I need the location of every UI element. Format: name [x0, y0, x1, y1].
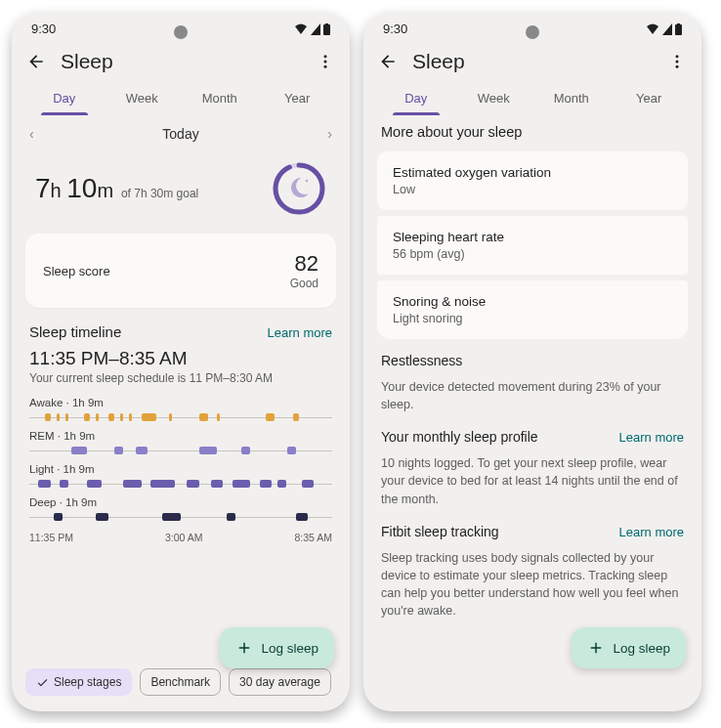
moon-progress-icon — [272, 161, 326, 216]
tab-week[interactable]: Week — [455, 81, 533, 115]
back-button[interactable] — [377, 51, 399, 72]
chip-sleep-stages[interactable]: Sleep stages — [25, 668, 132, 696]
card-hr-title: Sleeping heart rate — [393, 230, 672, 244]
scroll-content-left: ‹ Today › 7h 10m of 7h 30m goal Slee — [12, 116, 350, 711]
stage-rem-name: REM — [29, 430, 55, 442]
axis-start: 11:35 PM — [29, 532, 73, 543]
date-navigator: ‹ Today › — [12, 116, 350, 148]
sleep-score-word: Good — [290, 277, 318, 290]
phone-screen-left: 9:30 Sleep Day Week Month Year ‹ Today › — [12, 12, 350, 711]
wifi-icon — [646, 23, 659, 35]
tab-day[interactable]: Day — [377, 81, 455, 115]
stage-deep-name: Deep — [29, 496, 57, 508]
restlessness-header: Restlessness — [363, 351, 701, 374]
tab-year[interactable]: Year — [611, 81, 689, 115]
more-vert-icon — [317, 53, 334, 70]
tab-week[interactable]: Week — [104, 81, 182, 115]
stage-light-dur: 1h 9m — [64, 463, 95, 475]
card-oxygen-sub: Low — [393, 183, 672, 196]
log-sleep-fab[interactable]: Log sleep — [572, 627, 686, 668]
fitbit-tracking-title: Fitbit sleep tracking — [381, 524, 499, 539]
svg-point-6 — [276, 165, 322, 212]
signal-icon — [311, 23, 320, 35]
arrow-back-icon — [378, 52, 398, 71]
log-sleep-fab[interactable]: Log sleep — [220, 627, 334, 668]
stage-rem-dur: 1h 9m — [64, 430, 95, 442]
tab-year[interactable]: Year — [259, 81, 337, 115]
scroll-content-right: More about your sleep Estimated oxygen v… — [363, 116, 701, 711]
stage-awake: Awake · 1h 9m — [12, 395, 350, 424]
status-time: 9:30 — [383, 21, 407, 36]
svg-rect-8 — [675, 24, 682, 35]
time-range-tabs: Day Week Month Year — [12, 81, 350, 116]
fab-label: Log sleep — [261, 641, 318, 656]
monthly-profile-body: 10 nights logged. To get your next sleep… — [363, 450, 701, 521]
tab-month[interactable]: Month — [181, 81, 259, 115]
timeline-learn-more-link[interactable]: Learn more — [268, 325, 332, 340]
axis-end: 8:35 AM — [294, 532, 332, 543]
svg-rect-1 — [325, 23, 328, 25]
plus-icon — [235, 639, 253, 657]
svg-rect-0 — [323, 24, 330, 35]
svg-rect-9 — [677, 23, 680, 25]
timeline-range: 11:35 PM–8:35 AM — [12, 346, 350, 371]
page-title: Sleep — [412, 50, 653, 73]
phone-screen-right: 9:30 Sleep Day Week Month Year More abou… — [363, 12, 701, 711]
svg-point-2 — [324, 55, 327, 58]
stage-awake-name: Awake — [29, 397, 63, 408]
time-range-tabs: Day Week Month Year — [363, 81, 701, 116]
restlessness-title: Restlessness — [381, 353, 462, 368]
tab-month[interactable]: Month — [532, 81, 611, 115]
status-time: 9:30 — [31, 21, 56, 36]
overflow-menu-button[interactable] — [666, 53, 688, 70]
sleep-score-card[interactable]: Sleep score 82 Good — [25, 234, 336, 308]
sleep-duration-summary: 7h 10m of 7h 30m goal — [12, 148, 350, 234]
hours-value: 7 — [35, 173, 51, 203]
fitbit-learn-more-link[interactable]: Learn more — [619, 525, 684, 539]
goal-text: of 7h 30m goal — [121, 187, 198, 200]
stage-light: Light · 1h 9m — [12, 461, 350, 491]
next-day-button[interactable]: › — [327, 126, 332, 142]
battery-icon — [675, 23, 682, 35]
fab-label: Log sleep — [613, 641, 670, 656]
svg-point-12 — [676, 65, 679, 68]
back-button[interactable] — [25, 51, 47, 72]
card-hr-sub: 56 bpm (avg) — [393, 247, 672, 261]
chip-30-day-avg[interactable]: 30 day average — [229, 668, 331, 696]
stage-deep-dur: 1h 9m — [65, 496, 97, 508]
arrow-back-icon — [26, 52, 46, 71]
svg-point-11 — [676, 61, 679, 64]
prev-day-button[interactable]: ‹ — [29, 126, 34, 142]
axis-mid: 3:00 AM — [165, 532, 203, 543]
svg-point-7 — [306, 180, 309, 183]
status-icons — [294, 23, 330, 35]
timeline-header: Sleep timeline Learn more — [12, 321, 350, 346]
timeline-axis: 11:35 PM 3:00 AM 8:35 AM — [12, 528, 350, 543]
sleep-score-value: 82 — [290, 251, 318, 277]
more-about-sleep-heading: More about your sleep — [363, 116, 701, 146]
svg-point-4 — [324, 65, 327, 68]
monthly-profile-header: Your monthly sleep profile Learn more — [363, 427, 701, 450]
date-label: Today — [162, 126, 198, 142]
app-bar: Sleep — [363, 40, 701, 81]
duration-value: 7h 10m — [35, 173, 121, 203]
card-oxygen-variation[interactable]: Estimated oxygen variation Low — [377, 151, 688, 210]
overflow-menu-button[interactable] — [315, 53, 336, 70]
schedule-note: Your current sleep schedule is 11 PM–8:3… — [12, 371, 350, 395]
fitbit-tracking-header: Fitbit sleep tracking Learn more — [363, 522, 701, 545]
camera-punch-hole — [526, 25, 539, 39]
card-snoring[interactable]: Snoring & noise Light snoring — [377, 280, 688, 339]
timeline-title: Sleep timeline — [29, 323, 121, 340]
status-icons — [646, 23, 682, 35]
card-heart-rate[interactable]: Sleeping heart rate 56 bpm (avg) — [377, 216, 688, 275]
monthly-learn-more-link[interactable]: Learn more — [619, 430, 684, 445]
minutes-value: 10 — [66, 173, 97, 203]
tab-day[interactable]: Day — [25, 81, 104, 115]
stage-rem: REM · 1h 9m — [12, 428, 350, 457]
card-snoring-title: Snoring & noise — [393, 294, 672, 309]
svg-point-3 — [324, 61, 327, 64]
signal-icon — [662, 23, 672, 35]
monthly-profile-title: Your monthly sleep profile — [381, 429, 538, 445]
stage-light-name: Light — [29, 463, 54, 475]
chip-benchmark[interactable]: Benchmark — [140, 668, 221, 696]
